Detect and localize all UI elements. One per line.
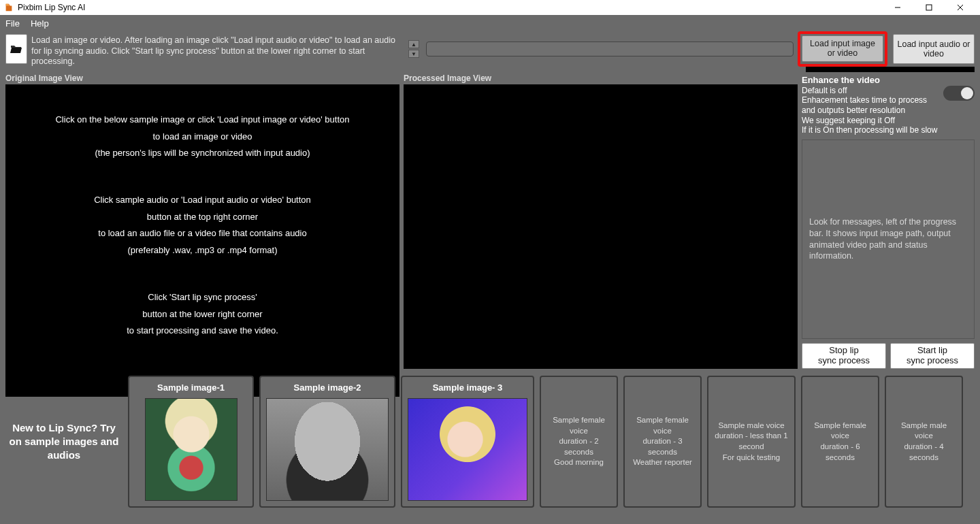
- enhance-line: Default is off: [802, 86, 938, 96]
- instr-line: Click sample audio or 'Load input audio …: [12, 192, 393, 209]
- sample-audio-1[interactable]: Sample female voice duration - 2 seconds…: [540, 376, 618, 508]
- samples-intro: New to Lip Sync? Try on sample images an…: [5, 376, 122, 508]
- instr-line: button at the lower right corner: [12, 306, 393, 323]
- audio-line: Good morning: [554, 457, 604, 468]
- instr-line: button at the top right corner: [12, 209, 393, 226]
- instr-line: (the person's lips will be synchronized …: [12, 145, 393, 162]
- app-icon: [4, 3, 14, 12]
- folder-open-icon: [10, 44, 22, 54]
- instr-line: Click 'Start lip sync process': [12, 289, 393, 306]
- samples-row: New to Lip Sync? Try on sample images an…: [0, 369, 980, 513]
- sample-audio-3[interactable]: Sample male voice duration - less than 1…: [707, 376, 796, 508]
- instr-line: (preferably .wav, .mp3 or .mp4 format): [12, 242, 393, 259]
- message-panel: Look for messages, left of the progress …: [802, 140, 975, 339]
- original-view-header: Original Image View: [5, 72, 399, 84]
- window-title: Pixbim Lip Sync AI: [18, 3, 85, 12]
- svg-rect-0: [926, 5, 932, 10]
- sample-label: Sample image- 3: [433, 382, 503, 393]
- processed-view-header: Processed Image View: [404, 72, 798, 84]
- processed-view-column: Processed Image View: [404, 72, 798, 369]
- enhance-title: Enhance the video: [802, 75, 938, 86]
- menu-file[interactable]: File: [5, 18, 20, 29]
- audio-line: duration - 6 seconds: [808, 442, 872, 463]
- sample-thumb-2: [266, 398, 389, 501]
- instr-line: to load an image or video: [12, 129, 393, 146]
- audio-line: Sample male voice: [718, 421, 784, 431]
- toolbar: Load an image or video. After loading an…: [0, 31, 980, 67]
- audio-line: Sample female voice: [630, 415, 695, 436]
- open-folder-button[interactable]: [5, 34, 27, 64]
- audio-line: Weather reporter: [633, 457, 692, 468]
- sample-audio-2[interactable]: Sample female voice duration - 3 seconds…: [623, 376, 702, 508]
- load-input-image-button[interactable]: Load input image or video: [802, 35, 883, 62]
- progress-bar-placeholder: [806, 67, 975, 72]
- toolbar-hint-text: Load an image or video. After loading an…: [31, 34, 404, 64]
- audio-line: For quick testing: [723, 453, 780, 463]
- spinner: ▲ ▼: [408, 34, 419, 64]
- load-input-audio-button[interactable]: Load input audio or video: [893, 34, 975, 64]
- spinner-up[interactable]: ▲: [408, 40, 419, 48]
- side-panel: Enhance the video Default is off Enhacem…: [802, 72, 975, 369]
- btn-line: Stop lip: [829, 345, 858, 355]
- start-lip-sync-button[interactable]: Start lip sync process: [890, 343, 975, 369]
- instr-line: Click on the below sample image or click…: [12, 112, 393, 129]
- title-bar: Pixbim Lip Sync AI: [0, 0, 980, 15]
- instr-line: to load an audio file or a video file th…: [12, 225, 393, 242]
- path-field[interactable]: [426, 42, 794, 56]
- btn-line: sync process: [906, 355, 958, 365]
- sample-audio-5[interactable]: Sample male voice duration - 4 seconds: [885, 376, 963, 508]
- message-text: Look for messages, left of the progress …: [809, 216, 967, 263]
- sample-label: Sample image-1: [157, 382, 225, 393]
- instr-line: to start processing and save the video.: [12, 323, 393, 340]
- sample-label: Sample image-2: [294, 382, 361, 393]
- original-view-column: Original Image View Click on the below s…: [5, 72, 399, 369]
- audio-line: duration - 3 seconds: [630, 436, 695, 457]
- enhance-toggle[interactable]: [943, 86, 975, 101]
- stop-lip-sync-button[interactable]: Stop lip sync process: [802, 343, 886, 369]
- enhance-line: Enhacement takes time to process and out…: [802, 95, 938, 115]
- menu-bar: File Help: [0, 15, 980, 31]
- audio-line: duration - 2 seconds: [546, 436, 611, 457]
- enhance-line: If it is On then processing will be slow: [802, 125, 938, 135]
- btn-line: Start lip: [917, 345, 947, 355]
- highlight-annotation: Load input image or video: [798, 31, 887, 67]
- audio-line: Sample male voice: [892, 421, 956, 442]
- sample-image-1[interactable]: Sample image-1: [128, 376, 254, 508]
- original-view-panel: Click on the below sample image or click…: [5, 84, 399, 397]
- minimize-button[interactable]: [882, 0, 913, 15]
- maximize-button[interactable]: [913, 0, 945, 15]
- processed-view-panel: [404, 84, 798, 369]
- sample-image-2[interactable]: Sample image-2: [259, 376, 395, 508]
- audio-line: Sample female voice: [808, 421, 872, 442]
- audio-line: Sample female voice: [546, 415, 611, 436]
- spinner-down[interactable]: ▼: [408, 50, 419, 58]
- enhance-line: We suggest keeping it Off: [802, 116, 938, 126]
- sample-thumb-1: [145, 398, 238, 501]
- audio-line: duration - less than 1 second: [714, 431, 789, 452]
- sample-thumb-3: [408, 398, 527, 501]
- close-button[interactable]: [945, 0, 976, 15]
- sample-audio-4[interactable]: Sample female voice duration - 6 seconds: [801, 376, 879, 508]
- sample-image-3[interactable]: Sample image- 3: [401, 376, 534, 508]
- btn-line: sync process: [818, 355, 870, 365]
- audio-line: duration - 4 seconds: [892, 442, 956, 463]
- menu-help[interactable]: Help: [31, 18, 49, 29]
